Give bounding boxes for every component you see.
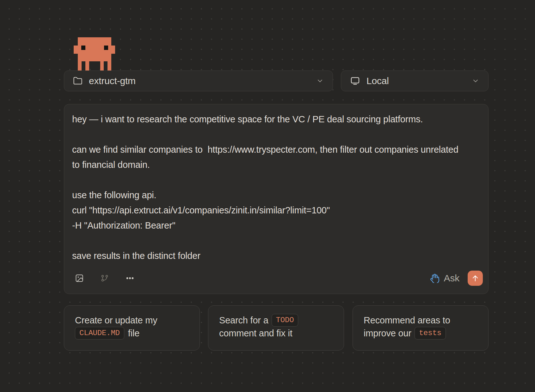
suggestion-line: Search for aTODO	[219, 314, 336, 327]
suggestion-text: improve our	[364, 328, 411, 338]
code-chip: TODO	[272, 314, 298, 327]
suggestion-card-todo[interactable]: Search for aTODO comment and fix it	[208, 305, 344, 351]
app-window: extruct-gtm Local hey — i want to resear…	[0, 0, 535, 392]
git-branch-icon[interactable]	[100, 274, 109, 283]
suggestion-text: comment and fix it	[219, 328, 292, 338]
suggestion-text: file	[128, 328, 139, 338]
suggestion-line: Create or update my	[75, 314, 192, 327]
ask-mode-label[interactable]: Ask	[444, 273, 459, 284]
project-selector[interactable]: extruct-gtm	[64, 70, 333, 91]
code-chip: tests	[415, 327, 446, 340]
code-chip: CLAUDE.MD	[75, 327, 124, 340]
composer-toolbar: Ask	[64, 268, 488, 294]
environment-selector-label: Local	[366, 76, 389, 86]
submit-button[interactable]	[468, 271, 483, 286]
arrow-up-icon	[471, 274, 479, 282]
suggestion-line: comment and fix it	[219, 327, 336, 340]
monitor-icon	[350, 76, 360, 86]
chevron-down-icon	[472, 77, 479, 85]
suggestion-line: CLAUDE.MDfile	[75, 327, 192, 340]
suggestion-line: Recommend areas to	[364, 314, 481, 327]
prompt-text[interactable]: hey — i want to research the competitive…	[64, 104, 488, 268]
image-icon[interactable]	[75, 274, 84, 283]
chevron-down-icon	[316, 77, 324, 85]
folder-icon	[73, 76, 83, 86]
suggestion-card-claude-md[interactable]: Create or update my CLAUDE.MDfile	[64, 305, 200, 351]
suggestion-text: Create or update my	[75, 315, 157, 325]
environment-selector[interactable]: Local	[341, 70, 489, 91]
suggestion-line: improve ourtests	[364, 327, 481, 340]
more-icon[interactable]	[126, 274, 134, 283]
prompt-composer[interactable]: hey — i want to research the competitive…	[64, 104, 489, 294]
hand-icon[interactable]	[430, 273, 440, 283]
suggestion-text: Recommend areas to	[364, 315, 450, 325]
suggestion-text: Search for a	[219, 315, 268, 325]
pixel-creature-logo	[74, 37, 115, 70]
suggestion-card-tests[interactable]: Recommend areas to improve ourtests	[353, 305, 489, 351]
project-selector-label: extruct-gtm	[89, 76, 136, 86]
